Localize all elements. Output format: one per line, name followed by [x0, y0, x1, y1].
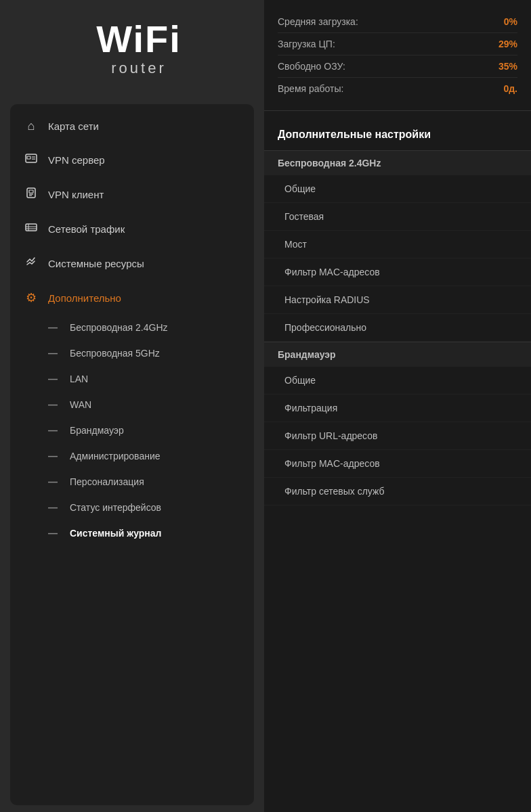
sidebar-subitem-syslog[interactable]: — Системный журнал	[10, 520, 254, 546]
right-item-mac-filter-1[interactable]: Фильтр MAC-адресов	[264, 258, 531, 286]
sidebar: WiFi router ⌂ Карта сети VPN сервер	[0, 0, 264, 812]
group-header-firewall: Брандмауэр	[264, 342, 531, 367]
sidebar-item-vpn-server[interactable]: VPN сервер	[10, 143, 254, 177]
svg-rect-1	[27, 156, 30, 159]
stats-section: Средняя загрузка: 0% Загрузка ЦП: 29% Св…	[264, 0, 531, 111]
sidebar-item-vpn-client[interactable]: VPN клиент	[10, 177, 254, 212]
home-icon: ⌂	[24, 119, 39, 133]
resources-icon	[24, 256, 39, 271]
settings-icon: ⚙	[24, 290, 39, 305]
nav-menu: ⌂ Карта сети VPN сервер	[10, 104, 254, 805]
sidebar-item-label: Карта сети	[48, 120, 99, 132]
logo-router: router	[96, 60, 182, 77]
vpn-client-icon	[24, 187, 39, 202]
right-item-professional[interactable]: Профессионально	[264, 314, 531, 342]
sidebar-subitem-wireless-5[interactable]: — Беспроводная 5GHz	[10, 340, 254, 366]
svg-rect-5	[29, 190, 33, 193]
right-item-network-services-filter[interactable]: Фильтр сетевых служб	[264, 478, 531, 505]
right-item-filtering[interactable]: Фильтрация	[264, 394, 531, 422]
stat-value: 0%	[490, 16, 517, 27]
sidebar-subitem-lan[interactable]: — LAN	[10, 366, 254, 392]
advanced-section: Дополнительные настройки Беспроводная 2.…	[264, 111, 531, 812]
stat-row-avg-load: Средняя загрузка: 0%	[278, 11, 517, 33]
sidebar-item-network-traffic[interactable]: Сетевой трафик	[10, 212, 254, 246]
sidebar-item-system-resources[interactable]: Системные ресурсы	[10, 246, 254, 281]
stat-value: 0д.	[490, 83, 517, 94]
right-item-url-filter[interactable]: Фильтр URL-адресов	[264, 422, 531, 450]
stat-row-ram: Свободно ОЗУ: 35%	[278, 55, 517, 78]
stat-row-uptime: Время работы: 0д.	[278, 78, 517, 99]
sidebar-subitem-wan[interactable]: — WAN	[10, 392, 254, 418]
sidebar-item-label: Дополнительно	[48, 292, 121, 304]
sidebar-item-label: Системные ресурсы	[48, 258, 144, 269]
stat-label: Средняя загрузка:	[278, 16, 490, 27]
stat-value: 35%	[490, 61, 517, 72]
sidebar-item-label: VPN клиент	[48, 189, 104, 200]
group-header-wireless-24: Беспроводная 2.4GHz	[264, 150, 531, 175]
sidebar-subitem-admin[interactable]: — Администрирование	[10, 443, 254, 469]
svg-rect-8	[26, 224, 37, 231]
sidebar-subitem-interface-status[interactable]: — Статус интерфейсов	[10, 495, 254, 520]
sidebar-item-network-map[interactable]: ⌂ Карта сети	[10, 110, 254, 143]
right-item-guest[interactable]: Гостевая	[264, 203, 531, 231]
right-item-general-2[interactable]: Общие	[264, 367, 531, 394]
logo-wifi: WiFi	[96, 20, 182, 58]
stat-label: Время работы:	[278, 83, 490, 94]
right-item-general-1[interactable]: Общие	[264, 175, 531, 203]
sidebar-subitem-wireless-24[interactable]: — Беспроводная 2.4GHz	[10, 315, 254, 340]
logo-area: WiFi router	[0, 0, 264, 97]
sidebar-item-label: VPN сервер	[48, 154, 105, 166]
stat-row-cpu: Загрузка ЦП: 29%	[278, 33, 517, 55]
sidebar-item-advanced[interactable]: ⚙ Дополнительно	[10, 281, 254, 315]
sidebar-item-label: Сетевой трафик	[48, 223, 125, 235]
right-item-mac-filter-2[interactable]: Фильтр MAC-адресов	[264, 450, 531, 478]
right-item-bridge[interactable]: Мост	[264, 231, 531, 258]
advanced-section-title: Дополнительные настройки	[264, 122, 531, 150]
sidebar-subitem-firewall[interactable]: — Брандмауэр	[10, 418, 254, 443]
stat-label: Загрузка ЦП:	[278, 39, 490, 49]
stat-label: Свободно ОЗУ:	[278, 61, 490, 72]
right-item-radius[interactable]: Настройка RADIUS	[264, 286, 531, 314]
right-panel: Средняя загрузка: 0% Загрузка ЦП: 29% Св…	[264, 0, 531, 812]
logo: WiFi router	[96, 20, 182, 77]
sidebar-subitem-personalization[interactable]: — Персонализация	[10, 469, 254, 495]
traffic-icon	[24, 221, 39, 237]
stat-value: 29%	[490, 39, 517, 49]
vpn-server-icon	[24, 152, 39, 168]
